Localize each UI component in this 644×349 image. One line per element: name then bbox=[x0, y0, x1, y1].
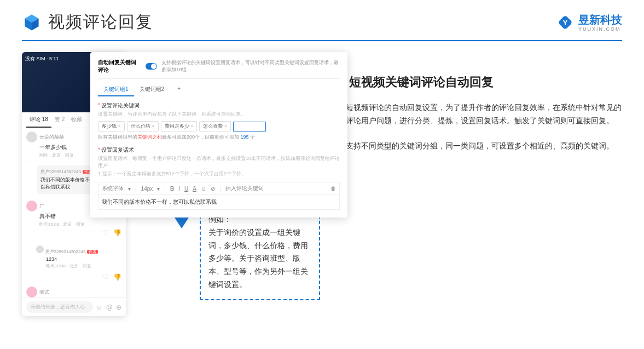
like-row: ♡👎 bbox=[22, 229, 126, 239]
avatar bbox=[26, 131, 37, 142]
emoji-icon[interactable]: ☺ bbox=[96, 304, 103, 311]
bullet-item: 短视频评论的自动回复设置，为了提升作者的评论回复效率，在系统中针对常见的评论用户… bbox=[338, 101, 622, 128]
keywords-section-label: 设置评论关键词 bbox=[98, 102, 340, 110]
emoji-button[interactable]: ☺ bbox=[201, 186, 206, 192]
config-title: 自动回复关键词评论 bbox=[98, 59, 141, 74]
example-box: 例如： 关于询价的设置成一组关键词，多少钱、什么价格，费用多少等。关于咨询班型、… bbox=[200, 204, 320, 300]
tab-comments[interactable]: 评论 18 bbox=[26, 112, 51, 128]
config-description: 支持根据评论的关键词设置回复话术，可以针对不同类型关键词设置回复话术，最多添加1… bbox=[161, 59, 340, 73]
avatar bbox=[36, 245, 44, 253]
bullet-item: 支持不同类型的关键词分组，同一类问题，可设置多个相近的、高频的关键词。 bbox=[338, 140, 622, 153]
reply-author: 用户2299214302243 bbox=[40, 169, 81, 174]
tab-fav[interactable]: 收藏 bbox=[68, 112, 85, 128]
heart-icon[interactable]: ♡ bbox=[103, 229, 109, 237]
comment-author: 云朵的赫赫 bbox=[39, 134, 64, 141]
like-row: ♡👎 bbox=[22, 273, 126, 283]
reply-author: 用户2299214302243 bbox=[45, 249, 86, 254]
brand-domain: YUUXIN.COM bbox=[578, 26, 622, 32]
delete-button[interactable]: 🗑 bbox=[330, 186, 336, 192]
avatar bbox=[26, 287, 37, 297]
heart-icon[interactable]: ♡ bbox=[103, 273, 109, 281]
keyword-tag[interactable]: 多少钱 bbox=[98, 121, 125, 131]
reply-hint: 1 提示：一个富文本框最多支持512个字符，一个汉字占用2个字符。 bbox=[98, 170, 340, 178]
comment-meta: 昨天10:08 · 北京 回复 bbox=[39, 221, 121, 227]
font-select[interactable]: 系统字体 bbox=[102, 185, 124, 192]
logo-diamond-icon: Y bbox=[556, 14, 574, 31]
comment-input-bar: 善语结善缘，恶言伤人心 ☺ @ ⊕ bbox=[22, 297, 126, 316]
gift-icon[interactable]: ⊕ bbox=[116, 304, 121, 311]
color-button[interactable]: A bbox=[193, 186, 196, 192]
dislike-icon[interactable]: 👎 bbox=[113, 229, 121, 237]
brand-logo: Y 昱新科技 YUUXIN.COM bbox=[556, 13, 622, 32]
at-icon[interactable]: @ bbox=[106, 304, 113, 311]
italic-button[interactable]: I bbox=[178, 186, 180, 192]
keyword-group-tab[interactable]: 关键词组1 bbox=[98, 83, 134, 96]
brand-name: 昱新科技 bbox=[578, 14, 622, 26]
cube-icon bbox=[22, 13, 42, 32]
keyword-tag[interactable]: 费用是多少 bbox=[161, 121, 198, 131]
example-body: 关于询价的设置成一组关键词，多少钱、什么价格，费用多少等。关于咨询班型、版本、型… bbox=[208, 226, 311, 291]
underline-button[interactable]: U bbox=[184, 186, 188, 192]
reply-text: 1234 bbox=[46, 256, 118, 262]
page-title: 视频评论回复 bbox=[48, 11, 153, 33]
reply-editor[interactable]: 我们不同的版本价格不一样，您可以私信联系我 bbox=[98, 194, 340, 210]
dislike-icon[interactable]: 👎 bbox=[113, 273, 121, 281]
section-heading: 短视频关键词评论自动回复 bbox=[328, 74, 622, 90]
feature-bullets: 短视频评论的自动回复设置，为了提升作者的评论回复效率，在系统中针对常见的评论用户… bbox=[328, 101, 622, 152]
keyword-count-note: 所有关键词组里的关键词之和最多可添加200个，目前剩余可添加 195 个 bbox=[98, 134, 340, 141]
keyword-tag[interactable]: 什么价格 bbox=[127, 121, 159, 131]
keyword-tag[interactable]: 怎么收费 bbox=[199, 121, 231, 131]
bold-button[interactable]: B bbox=[170, 186, 174, 192]
comment-input[interactable]: 善语结善缘，恶言伤人心 bbox=[26, 301, 93, 313]
keyword-input[interactable] bbox=[233, 122, 266, 131]
avatar bbox=[26, 201, 37, 211]
section-title: 短视频关键词评论自动回复 bbox=[349, 74, 494, 90]
keywords-section-sub: 设置关键词，当评论里内容包含了以下关键词，则系统可自动回复。 bbox=[98, 111, 340, 118]
keyword-tags: 多少钱 什么价格 费用是多少 怎么收费 bbox=[98, 121, 340, 131]
auto-reply-config-panel: 自动回复关键词评论 支持根据评论的关键词设置回复话术，可以针对不同类型关键词设置… bbox=[90, 52, 347, 218]
reply-section-sub: 设置回复话术，每回复一个用户评论只发送一条话术，最多支持设置10条不同话术，按添… bbox=[98, 155, 340, 169]
editor-toolbar: 系统字体▾| 14px▾| B I U A ☺ ⊘| 插入评论关键词 🗑 bbox=[98, 182, 340, 194]
comment-author: 广 bbox=[39, 203, 44, 210]
author-badge: 作者 bbox=[87, 250, 98, 254]
comment-author: 测试 bbox=[39, 289, 49, 296]
keyword-group-tab[interactable]: 关键词组2 bbox=[134, 83, 170, 96]
comment-item: 测试 bbox=[22, 283, 126, 297]
reply-inline: 用户2299214302243作者 1234 昨天10:08 · 北京 回复 bbox=[33, 242, 121, 272]
insert-keyword-button[interactable]: 插入评论关键词 bbox=[225, 185, 264, 192]
svg-text:Y: Y bbox=[563, 18, 568, 26]
reply-meta: 昨天10:08 · 北京 回复 bbox=[46, 263, 118, 269]
size-select[interactable]: 14px bbox=[141, 186, 153, 192]
page-header: 视频评论回复 Y 昱新科技 YUUXIN.COM bbox=[0, 0, 644, 33]
tab-likes[interactable]: 赞 2 bbox=[51, 112, 68, 128]
add-group-button[interactable]: + bbox=[172, 83, 186, 96]
keyword-group-tabs: 关键词组1 关键词组2 + bbox=[98, 83, 340, 96]
auto-reply-toggle[interactable] bbox=[146, 63, 157, 70]
clear-button[interactable]: ⊘ bbox=[211, 186, 215, 192]
reply-section-label: 设置回复话术 bbox=[98, 146, 340, 154]
